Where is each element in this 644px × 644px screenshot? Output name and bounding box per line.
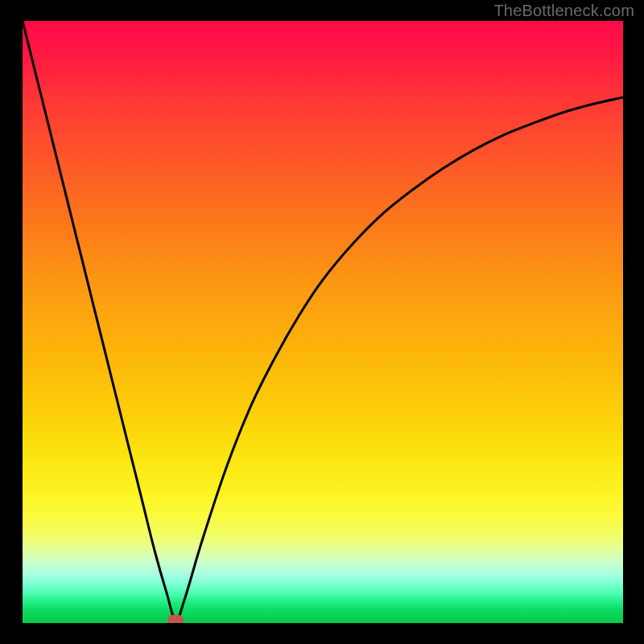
watermark-text: TheBottleneck.com xyxy=(493,2,634,20)
chart-container: TheBottleneck.com xyxy=(0,0,644,644)
plot-area xyxy=(23,21,623,623)
minimum-marker xyxy=(167,615,184,623)
bottleneck-curve xyxy=(23,21,623,623)
